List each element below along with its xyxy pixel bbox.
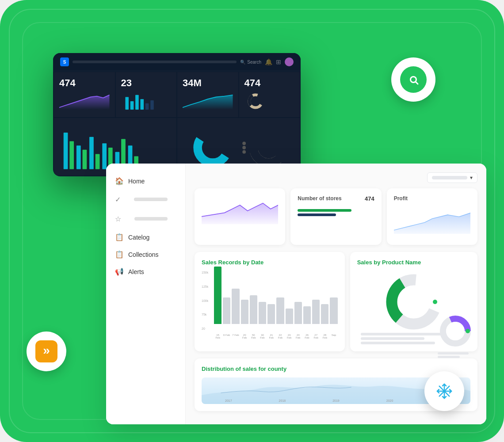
y-axis: 150k 125k 100k 75k 20: [202, 271, 208, 330]
collections-icon: 📋: [115, 250, 124, 259]
float-logo-snowflake: [424, 371, 464, 411]
dark-header-line: [73, 61, 237, 63]
sidebar-item-collections[interactable]: 📋 Collections: [106, 246, 185, 263]
distribution-title: Distribution of sales for county: [202, 366, 470, 372]
bar-item: [250, 295, 257, 324]
bar-label-item: 22 Feb: [276, 334, 284, 339]
filter-bar: ▾: [195, 172, 477, 183]
bar-label-item: 50 Feb: [250, 334, 257, 339]
svg-point-28: [242, 141, 246, 145]
svg-rect-8: [145, 103, 149, 110]
bar-item: [259, 302, 266, 324]
chevron-down-icon: ▾: [470, 175, 473, 181]
legend-item-1: [361, 333, 446, 335]
sidebar-item-home[interactable]: 🏠 Home: [106, 172, 185, 190]
alerts-icon: 📢: [115, 267, 124, 276]
bar-item: [223, 297, 230, 324]
bar-label-item: 23 Feb: [286, 334, 293, 339]
svg-rect-19: [102, 143, 107, 169]
bar-item: [303, 306, 311, 324]
svg-rect-17: [89, 137, 94, 169]
dark-kpi-tile-3: 34M: [177, 72, 238, 117]
svg-rect-5: [130, 101, 134, 110]
svg-point-29: [242, 146, 246, 149]
svg-rect-9: [150, 100, 154, 110]
bell-icon: 🔔: [265, 58, 272, 65]
dark-kpi-tile-4: 474: [239, 72, 300, 117]
bar-label-item: 28 Feb: [321, 334, 328, 339]
svg-point-37: [433, 300, 437, 304]
sidebar-item-placeholder2[interactable]: ☆: [106, 209, 185, 229]
sales-product-title: Sales by Product Name: [357, 259, 470, 266]
bar-item: [286, 309, 293, 324]
bar-item: [232, 289, 239, 324]
home-icon: 🏠: [115, 177, 124, 185]
bar-label-item: 26 Feb: [303, 334, 311, 339]
svg-rect-16: [83, 150, 87, 169]
float-donut-purple: [438, 313, 473, 358]
filter-dropdown[interactable]: ▾: [427, 172, 477, 183]
bar-label-item: 20 Feb: [241, 334, 248, 339]
bar-label-item: 27 Feb: [312, 334, 320, 339]
kpi-card-area: [195, 188, 285, 245]
svg-rect-13: [64, 133, 68, 169]
bar-item: [276, 297, 284, 324]
svg-rect-18: [95, 154, 100, 169]
sidebar: 🏠 Home ✓ ☆ 📋 Catelog 📋 Collections 📢 Ale…: [106, 164, 186, 424]
sidebar-item-catalog[interactable]: 📋 Catelog: [106, 229, 185, 246]
float-logo-bottom-left: »: [27, 332, 66, 371]
filter-placeholder: [432, 176, 467, 179]
svg-text:»: »: [43, 343, 50, 357]
kpi-profit-header: Profit: [394, 195, 470, 202]
svg-point-56: [466, 329, 470, 333]
svg-point-36: [397, 286, 430, 318]
dark-search: 🔍 Search: [240, 60, 261, 65]
bar-item: [241, 300, 248, 324]
catalog-icon: 📋: [115, 233, 124, 241]
kpi-profit-chart: [394, 205, 470, 236]
dark-dashboard-card: S 🔍 Search 🔔 ⊞ 474: [53, 53, 301, 176]
sidebar-item-alerts[interactable]: 📢 Alerts: [106, 263, 185, 280]
kpi-stores-bars: [298, 209, 374, 216]
svg-rect-4: [125, 97, 129, 110]
svg-rect-7: [140, 99, 144, 110]
kpi-bar-green: [298, 209, 351, 212]
float-donut-legend: [438, 352, 473, 358]
area-chart-purple: [59, 92, 110, 110]
float-logo-top-right: [391, 57, 435, 102]
bar-item: [214, 267, 221, 324]
svg-rect-15: [76, 145, 81, 169]
svg-rect-14: [69, 141, 74, 169]
bar-item: [267, 304, 275, 324]
product-donut-svg: [383, 271, 445, 333]
dark-kpi-grid: 474 23: [53, 71, 301, 118]
bar-label-item: 24 Feb: [294, 334, 302, 339]
bar-chart-teal: [121, 92, 172, 110]
bar-label-item: Sep: [330, 334, 337, 339]
svg-point-2: [411, 77, 416, 82]
bar-label-item: 7 Feb: [232, 334, 239, 339]
bar-item: [321, 304, 328, 324]
area-chart-teal: [183, 92, 233, 110]
svg-point-27: [205, 140, 221, 155]
kpi-card-stores: Number of stores 474: [290, 188, 381, 245]
bar-chart-area: 15 Feb6 Feb7 Feb20 Feb50 Feb30 Feb21 Feb…: [214, 271, 338, 339]
bar-chart-wrapper: 150k 125k 100k 75k 20 15 Feb6 Feb7 Feb20…: [202, 271, 338, 339]
kpi-stores-header: Number of stores 474: [298, 195, 374, 202]
bar-item: [312, 300, 320, 324]
sales-records-title: Sales Records by Date: [202, 259, 338, 266]
bar-chart-x-labels: 15 Feb6 Feb7 Feb20 Feb50 Feb30 Feb21 Feb…: [214, 334, 338, 339]
bar-label-item: 15 Feb: [214, 334, 221, 339]
charts-row: Sales Records by Date 150k 125k 100k 75k…: [195, 252, 477, 351]
bar-label-item: 30 Feb: [259, 334, 266, 339]
donut-chart-tan: [244, 92, 267, 110]
legend-item-2: [361, 337, 424, 340]
sidebar-item-placeholder1[interactable]: ✓: [106, 190, 185, 209]
kpi-bar-dark: [298, 213, 336, 216]
svg-point-33: [261, 140, 276, 155]
sidebar-placeholder-1: [134, 198, 168, 201]
kpi-area-chart-purple: [202, 195, 278, 226]
sales-records-chart: Sales Records by Date 150k 125k 100k 75k…: [195, 252, 345, 351]
bar-item: [294, 302, 302, 324]
dark-dashboard-header: S 🔍 Search 🔔 ⊞: [53, 53, 301, 71]
